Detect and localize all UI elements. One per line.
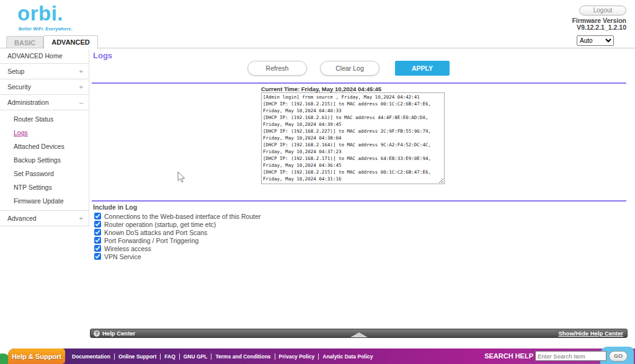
sidebar-item-attached-devices[interactable]: Attached Devices <box>0 140 89 153</box>
checkbox-vpn-service[interactable] <box>94 253 101 260</box>
footer-link-analytic-data[interactable]: Analytic Data Policy <box>319 353 376 360</box>
sidebar-item-ntp-settings[interactable]: NTP Settings <box>0 180 89 194</box>
footer-links: Documentation Online Support FAQ GNU GPL… <box>68 348 377 364</box>
sidebar-item-label: Setup <box>7 68 24 75</box>
question-icon: ? <box>94 331 100 337</box>
clear-log-button[interactable]: Clear Log <box>320 61 380 76</box>
checkbox-wireless-access[interactable] <box>94 245 101 252</box>
checkbox-row-vpn-service: VPN Service <box>94 252 261 260</box>
expand-plus-icon: + <box>79 215 83 222</box>
sidebar-item-setup[interactable]: Setup+ <box>0 64 89 79</box>
help-support-label: Help & Support <box>12 353 61 360</box>
sidebar-item-logs[interactable]: Logs <box>0 126 89 140</box>
include-in-log-checklist: Connections to the Web-based interface o… <box>94 212 261 260</box>
refresh-button[interactable]: Refresh <box>247 61 307 76</box>
search-help-label: SEARCH HELP <box>484 352 533 360</box>
sidebar-item-backup-settings[interactable]: Backup Settings <box>0 153 89 167</box>
tab-basic[interactable]: BASIC <box>6 36 43 49</box>
checkbox-row-router-operation: Router operation (startup, get time etc) <box>94 220 261 228</box>
expand-plus-icon: + <box>79 68 83 75</box>
footer-bar: Help & Support Documentation Online Supp… <box>8 348 635 364</box>
checkbox-row-port-forwarding: Port Forwarding / Port Triggering <box>94 236 261 244</box>
sidebar-item-label: Security <box>7 83 31 91</box>
checkbox-label: Connections to the Web-based interface o… <box>104 213 261 220</box>
checkbox-row-wireless-access: Wireless access <box>94 244 261 252</box>
sidebar-item-advanced-home[interactable]: ADVANCED Home <box>0 48 89 64</box>
checkbox-label: VPN Service <box>104 253 141 260</box>
orbi-logo: orbi. <box>17 2 63 25</box>
sidebar-item-set-password[interactable]: Set Password <box>0 167 89 180</box>
main-content: Logs Refresh Clear Log APPLY Current Tim… <box>89 48 635 329</box>
checkbox-router-operation[interactable] <box>94 221 101 228</box>
sidebar-item-label: Advanced <box>7 215 37 222</box>
administration-submenu: Router Status Logs Attached Devices Back… <box>0 110 89 211</box>
section-divider <box>92 200 626 202</box>
checkbox-web-interface[interactable] <box>94 213 101 220</box>
search-help-input[interactable] <box>535 351 606 361</box>
sidebar-item-router-status[interactable]: Router Status <box>0 112 89 126</box>
tab-bar: BASIC ADVANCED <box>6 35 98 49</box>
footer-link-gnu-gpl[interactable]: GNU GPL <box>180 353 212 360</box>
sidebar-item-administration[interactable]: Administration– <box>0 95 89 110</box>
help-center-bar: ? Help Center Show/Hide Help Center <box>90 329 628 338</box>
sidebar-nav: ADVANCED Home Setup+ Security+ Administr… <box>0 48 89 226</box>
firmware-version: Firmware Version V9.12.2.1_1.2.10 <box>572 17 626 31</box>
orbi-logo-text: orbi. <box>17 2 63 25</box>
sidebar-item-security[interactable]: Security+ <box>0 79 89 95</box>
checkbox-row-web-interface: Connections to the Web-based interface o… <box>94 212 261 220</box>
collapse-minus-icon: – <box>79 99 83 106</box>
checkbox-port-forwarding[interactable] <box>94 237 101 244</box>
header: orbi. Better WiFi. Everywhere. Logout Fi… <box>0 0 635 48</box>
checkbox-label: Port Forwarding / Port Triggering <box>104 237 198 244</box>
logo-tagline: Better WiFi. Everywhere. <box>19 27 73 31</box>
logout-button[interactable]: Logout <box>579 6 626 16</box>
current-time-label: Current Time: Friday, May 10,2024 04:45:… <box>261 86 381 92</box>
checkbox-label: Router operation (startup, get time etc) <box>104 221 216 228</box>
firmware-version-value: V9.12.2.1_1.2.10 <box>572 24 626 31</box>
footer-link-terms[interactable]: Terms and Conditions <box>211 353 275 360</box>
footer-link-privacy[interactable]: Privacy Policy <box>275 353 319 360</box>
help-support-tab[interactable]: Help & Support <box>8 348 65 364</box>
include-in-log-label: Include in Log <box>93 203 137 211</box>
help-panel-arrow-icon[interactable] <box>350 332 368 337</box>
language-select[interactable]: Auto <box>577 35 614 46</box>
footer-link-documentation[interactable]: Documentation <box>68 353 115 360</box>
sidebar-item-advanced[interactable]: Advanced+ <box>0 211 89 226</box>
checkbox-dos-attacks[interactable] <box>94 229 101 236</box>
expand-plus-icon: + <box>79 83 83 91</box>
section-divider <box>92 82 626 84</box>
checkbox-row-dos-attacks: Known DoS attacks and Port Scans <box>94 228 261 236</box>
sidebar-item-firmware-update[interactable]: Firmware Update <box>0 194 89 208</box>
checkbox-label: Known DoS attacks and Port Scans <box>104 229 207 236</box>
help-center-label: Help Center <box>102 330 135 337</box>
log-textarea[interactable] <box>261 92 445 184</box>
sidebar-item-label: Administration <box>7 99 49 106</box>
footer-link-online-support[interactable]: Online Support <box>115 353 161 360</box>
tab-advanced[interactable]: ADVANCED <box>43 35 98 49</box>
apply-button[interactable]: APPLY <box>395 61 450 76</box>
footer-link-faq[interactable]: FAQ <box>161 353 179 360</box>
sidebar-item-label: ADVANCED Home <box>7 52 63 60</box>
show-hide-help-center-link[interactable]: Show/Hide Help Center <box>558 330 623 337</box>
help-center-left: ? Help Center <box>94 330 135 337</box>
orbi-admin-page: orbi. Better WiFi. Everywhere. Logout Fi… <box>0 0 635 364</box>
page-title: Logs <box>93 51 112 60</box>
go-button[interactable]: GO <box>609 351 628 362</box>
checkbox-label: Wireless access <box>104 245 151 252</box>
